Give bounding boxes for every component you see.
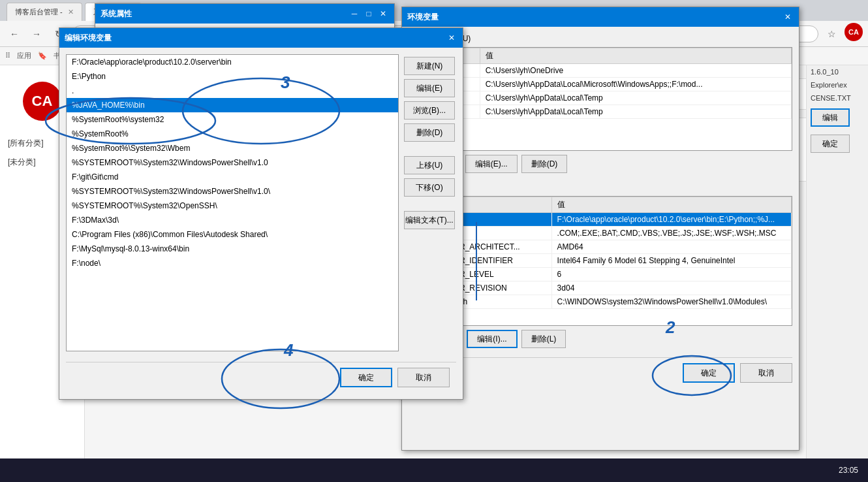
env-item-6[interactable]: %SystemRoot%\System32\Wbem <box>67 141 398 155</box>
user-vars-table[interactable]: 变量 值 OneDriveC:\Users\lyh\OneDrivePathC:… <box>409 47 792 151</box>
env-item-10[interactable]: %SYSTEMROOT%\System32\OpenSSH\ <box>67 199 398 213</box>
env-item-1[interactable]: E:\Python <box>67 69 398 84</box>
sys-var-row[interactable]: PROCESSOR_ARCHITECT...AMD64 <box>410 240 792 254</box>
moveup-env-button[interactable]: 上移(U) <box>404 156 455 174</box>
sys-props-title: 系统属性 <box>101 8 349 20</box>
user-var-row[interactable]: OneDriveC:\Users\lyh\OneDrive <box>410 64 792 78</box>
sys-delete-button[interactable]: 删除(L) <box>521 330 566 348</box>
edit-env-body: F:\Oracle\app\oracle\product\10.2.0\serv… <box>59 48 463 399</box>
right-text-2: Explorer\ex <box>807 78 868 91</box>
sys-var-row[interactable]: PathF:\Oracle\app\oracle\product\10.2.0\… <box>410 213 792 227</box>
system-vars-section: 系统变量(S) 变量 值 PathF:\Oracle\app\oracle\pr… <box>409 182 792 352</box>
edit-env-bottom-buttons: 确定 取消 <box>66 362 456 393</box>
maximize-button[interactable]: □ <box>363 8 375 20</box>
env-item-7[interactable]: %SYSTEMROOT%\System32\WindowsPowerShell\… <box>67 155 398 170</box>
edit-env-confirm[interactable]: 确定 <box>340 368 392 387</box>
env-item-0[interactable]: F:\Oracle\app\oracle\product\10.2.0\serv… <box>67 55 398 69</box>
env-buttons-right: 新建(N) 编辑(E) 浏览(B)... 删除(D) 上移(U) 下移(O) 编… <box>404 54 456 357</box>
edit-env-dialog[interactable]: 编辑环境变量 ✕ F:\Oracle\app\oracle\product\10… <box>59 27 463 400</box>
user-var-row[interactable]: TMPC:\Users\lyh\AppData\Local\Temp <box>410 105 792 119</box>
taskbar: 23:05 <box>0 458 868 482</box>
title-controls: ─ □ ✕ <box>349 8 389 20</box>
env-vars-close[interactable]: ✕ <box>782 11 794 23</box>
sys-col-val: 值 <box>551 197 791 213</box>
env-item-2[interactable]: . <box>67 84 398 98</box>
env-item-4[interactable]: %SystemRoot%\system32 <box>67 112 398 127</box>
right-confirm-button[interactable]: 确定 <box>811 135 850 153</box>
edittext-env-button[interactable]: 编辑文本(T)... <box>404 211 455 229</box>
user-edit-button[interactable]: 编辑(E)... <box>465 155 518 173</box>
browse-env-button[interactable]: 浏览(B)... <box>404 101 455 120</box>
user-var-row[interactable]: TEMPC:\Users\lyh\AppData\Local\Temp <box>410 91 792 105</box>
env-vars-bottom-buttons: 确定 取消 <box>409 357 792 383</box>
env-item-11[interactable]: F:\3DMax\3d\ <box>67 213 398 227</box>
close-button[interactable]: ✕ <box>377 8 389 20</box>
apps-icon: ⠿ <box>5 52 10 60</box>
env-item-5[interactable]: %SystemRoot% <box>67 127 398 141</box>
taskbar-time: 23:05 <box>839 466 858 475</box>
user-var-row[interactable]: PathC:\Users\lyh\AppData\Local\Microsoft… <box>410 78 792 91</box>
env-vars-title-bar: 环境变量 ✕ <box>402 7 799 27</box>
system-vars-buttons: 新建(W)... 编辑(I)... 删除(L) <box>409 326 792 352</box>
sys-var-row[interactable]: PSModulePathC:\WINDOWS\system32\WindowsP… <box>410 295 792 309</box>
edit-env-close[interactable]: ✕ <box>446 32 457 44</box>
env-item-12[interactable]: C:\Program Files (x86)\Common Files\Auto… <box>67 227 398 242</box>
sys-var-row[interactable]: PROCESSOR_REVISION3d04 <box>410 281 792 295</box>
env-list[interactable]: F:\Oracle\app\oracle\product\10.2.0\serv… <box>66 54 399 351</box>
env-item-13[interactable]: F:\MySql\mysql-8.0.13-winx64\bin <box>67 242 398 256</box>
env-item-9[interactable]: %SYSTEMROOT%\System32\WindowsPowerShell\… <box>67 184 398 199</box>
delete-env-button[interactable]: 删除(D) <box>404 123 455 142</box>
user-delete-button[interactable]: 删除(D) <box>521 155 568 173</box>
env-item-8[interactable]: F:\git\Git\cmd <box>67 170 398 184</box>
tab-close-blog[interactable]: ✕ <box>68 8 74 16</box>
user-vars-title: lyh 的用户变量(U) <box>409 33 792 44</box>
edit-env-button[interactable]: 编辑(E) <box>404 79 455 97</box>
right-text-3: CENSE.TXT <box>807 91 868 104</box>
movedown-env-button[interactable]: 下移(O) <box>404 178 455 197</box>
edit-env-title-bar: 编辑环境变量 ✕ <box>59 28 463 48</box>
sys-var-row[interactable]: PROCESSOR_IDENTIFIERIntel64 Family 6 Mod… <box>410 254 792 268</box>
right-edit-button[interactable]: 编辑 <box>811 108 850 127</box>
right-text-1: 1.6.0_10 <box>807 65 868 78</box>
sys-var-row[interactable]: PROCESSOR_LEVEL6 <box>410 268 792 281</box>
edit-env-cancel[interactable]: 取消 <box>397 368 450 387</box>
bookmark-star[interactable]: ☆ <box>822 25 841 43</box>
edit-env-main: F:\Oracle\app\oracle\product\10.2.0\serv… <box>66 54 456 357</box>
env-vars-confirm[interactable]: 确定 <box>683 363 735 383</box>
edit-env-controls: ✕ <box>446 32 457 44</box>
user-vars-buttons: 新建(N)... 编辑(E)... 删除(D) <box>409 151 792 177</box>
back-button[interactable]: ← <box>5 25 23 43</box>
tab-blog[interactable]: 博客后台管理 - ✕ <box>7 3 82 21</box>
env-item-14[interactable]: F:\node\ <box>67 256 398 270</box>
apps-label[interactable]: 应用 <box>17 51 31 61</box>
sys-var-row[interactable]: PATHEXT.COM;.EXE;.BAT;.CMD;.VBS;.VBE;.JS… <box>410 227 792 240</box>
minimize-button[interactable]: ─ <box>349 8 360 20</box>
user-vars-section: lyh 的用户变量(U) 变量 值 OneDriveC:\Users\lyh\O… <box>409 33 792 177</box>
right-sidebar: 1.6.0_10 Explorer\ex CENSE.TXT 编辑 确定 <box>806 65 868 482</box>
user-avatar[interactable]: CA <box>845 23 863 41</box>
env-vars-cancel[interactable]: 取消 <box>740 363 792 383</box>
edit-env-title: 编辑环境变量 <box>65 33 446 44</box>
sys-edit-button[interactable]: 编辑(I)... <box>467 330 517 348</box>
forward-button[interactable]: → <box>27 25 46 43</box>
system-vars-title: 系统变量(S) <box>409 182 792 193</box>
env-item-3[interactable]: %JAVA_HOME%\bin <box>67 98 398 112</box>
sidebar-avatar: CA <box>23 82 62 121</box>
bookmark-icon: 🔖 <box>38 52 47 60</box>
sys-props-title-bar: 系统属性 ─ □ ✕ <box>95 4 394 24</box>
new-env-button[interactable]: 新建(N) <box>404 57 455 75</box>
env-vars-title: 环境变量 <box>407 12 782 23</box>
user-col-val: 值 <box>480 48 791 64</box>
env-list-panel: F:\Oracle\app\oracle\product\10.2.0\serv… <box>66 54 399 357</box>
system-vars-table[interactable]: 变量 值 PathF:\Oracle\app\oracle\product\10… <box>409 196 792 326</box>
